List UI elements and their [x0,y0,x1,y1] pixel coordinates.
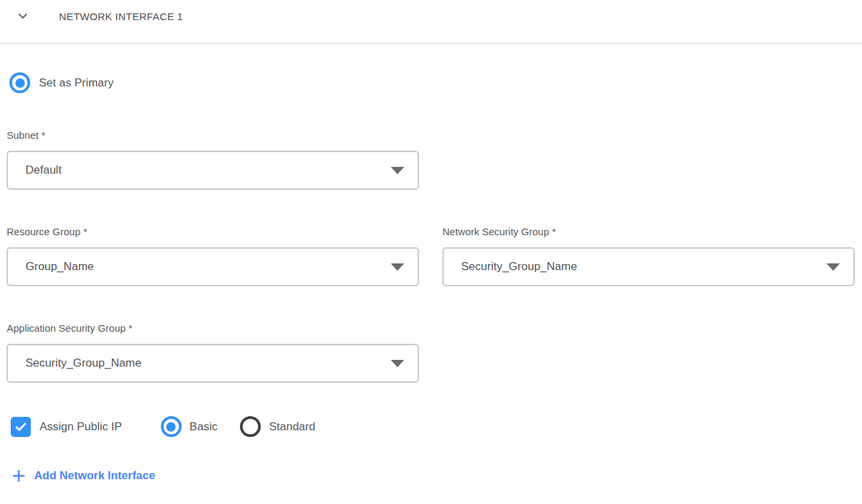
ip-tier-standard-label: Standard [269,420,315,434]
application-security-group-value: Security_Group_Name [25,357,141,370]
radio-selected-icon[interactable] [161,416,182,437]
section-divider [0,43,862,44]
subnet-label: Subnet * [7,129,419,141]
chevron-down-icon [17,10,29,22]
resource-group-select[interactable]: Group_Name [7,247,419,286]
ip-tier-basic-radio[interactable]: Basic [161,416,218,437]
network-security-group-value: Security_Group_Name [461,260,577,273]
group-fields-row: Resource Group * Group_Name Network Secu… [7,190,855,286]
caret-down-icon [826,263,840,271]
collapse-toggle-button[interactable] [17,10,29,22]
ip-tier-standard-radio[interactable]: Standard [240,416,315,437]
network-interface-panel: NETWORK INTERFACE 1 Set as Primary Subne… [0,0,862,485]
subnet-value: Default [25,164,62,177]
section-title: NETWORK INTERFACE 1 [59,11,183,22]
plus-icon [12,469,25,483]
application-security-group-select[interactable]: Security_Group_Name [7,344,419,383]
subnet-field: Subnet * Default [7,129,419,190]
application-security-group-label: Application Security Group * [7,322,419,334]
caret-down-icon [391,167,404,174]
section-header: NETWORK INTERFACE 1 [7,6,855,26]
subnet-select[interactable]: Default [7,151,419,190]
network-security-group-field: Network Security Group * Security_Group_… [442,226,855,286]
resource-group-label: Resource Group * [7,226,419,237]
radio-selected-icon[interactable] [9,72,30,93]
application-security-group-field: Application Security Group * Security_Gr… [7,322,419,383]
network-security-group-select[interactable]: Security_Group_Name [442,247,855,286]
resource-group-value: Group_Name [25,260,94,273]
set-as-primary-label: Set as Primary [39,76,113,90]
caret-down-icon [391,360,404,367]
assign-public-ip-label: Assign Public IP [40,420,122,434]
ip-tier-basic-label: Basic [190,420,218,434]
set-as-primary-radio[interactable]: Set as Primary [9,72,113,93]
public-ip-options-row: Assign Public IP Basic Standard [7,416,855,437]
add-network-interface-label: Add Network Interface [34,469,155,483]
network-security-group-label: Network Security Group * [442,226,855,237]
radio-unselected-icon[interactable] [240,416,261,437]
add-network-interface-button[interactable]: Add Network Interface [12,469,155,483]
assign-public-ip-checkbox[interactable]: Assign Public IP [11,417,122,437]
resource-group-field: Resource Group * Group_Name [7,226,419,286]
caret-down-icon [391,263,404,271]
checkbox-checked-icon[interactable] [11,417,31,437]
